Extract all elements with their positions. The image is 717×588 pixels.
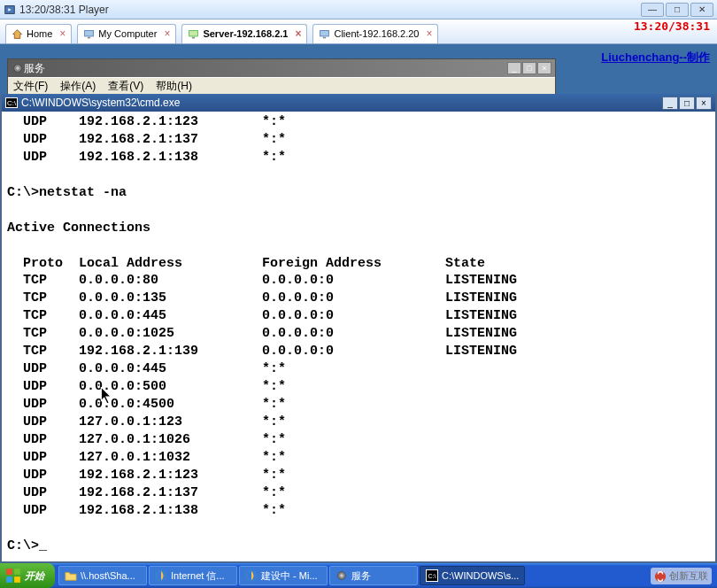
svg-rect-5: [189, 30, 198, 36]
start-label: 开始: [25, 569, 44, 583]
svg-point-20: [655, 570, 666, 581]
taskbar-btn-ie[interactable]: Internet 信...: [149, 566, 237, 585]
minimize-button[interactable]: —: [641, 3, 664, 17]
ie-icon: [245, 569, 258, 582]
menu-help[interactable]: 帮助(H): [156, 79, 192, 94]
menu-view[interactable]: 查看(V): [108, 79, 143, 94]
tab-close-icon[interactable]: ×: [426, 27, 432, 40]
taskbar-btn-host[interactable]: \\.host\Sha...: [58, 566, 147, 585]
player-icon: [4, 4, 16, 16]
tab-my-computer[interactable]: My Computer ×: [77, 24, 176, 43]
tab-close-icon[interactable]: ×: [295, 27, 301, 40]
taskbar-buttons: \\.host\Sha... Internet 信... 建设中 - Mi...…: [55, 565, 528, 586]
task-label: C:\WINDOWS\s...: [442, 570, 519, 581]
cmd-minimize-button[interactable]: _: [662, 97, 678, 110]
svg-rect-14: [6, 576, 12, 583]
svg-point-19: [340, 574, 343, 577]
svc-minimize-button[interactable]: _: [507, 62, 521, 74]
svg-rect-8: [323, 36, 326, 38]
svg-point-10: [16, 66, 19, 70]
services-icon: [12, 62, 24, 74]
cmd-title-text: C:\WINDOWS\system32\cmd.exe: [21, 97, 659, 109]
cmd-maximize-button[interactable]: □: [679, 97, 695, 110]
tab-strip: Home × My Computer × Server-192.168.2.1 …: [0, 19, 717, 44]
cmd-icon: C:\: [5, 97, 18, 108]
server-icon: [188, 28, 199, 40]
gear-icon: [335, 569, 348, 582]
tab-client-label: Client-192.168.2.20: [334, 28, 419, 39]
client-icon: [319, 28, 330, 40]
player-window-buttons: — □ ✕: [641, 3, 713, 17]
signature: Liuchenchang--制作: [601, 50, 710, 66]
services-title: 服务: [24, 61, 507, 76]
cmd-output[interactable]: UDP 192.168.2.1:123 *:* UDP 192.168.2.1:…: [2, 112, 715, 561]
tab-close-icon[interactable]: ×: [164, 27, 170, 40]
task-label: Internet 信...: [171, 569, 225, 583]
corner-time: 13:20/38:31: [634, 19, 710, 33]
home-icon: [12, 28, 23, 40]
task-label: \\.host\Sha...: [81, 570, 135, 581]
taskbar: 开始 \\.host\Sha... Internet 信... 建设中 - Mi…: [0, 563, 717, 588]
menu-file[interactable]: 文件(F): [13, 79, 48, 94]
link-icon: [654, 570, 667, 583]
cmd-window: C:\ C:\WINDOWS\system32\cmd.exe _ □ × UD…: [0, 94, 717, 563]
svc-close-button[interactable]: ×: [537, 62, 551, 74]
svg-rect-15: [14, 576, 20, 583]
taskbar-btn-cmd[interactable]: C:\ C:\WINDOWS\s...: [420, 566, 525, 585]
svg-rect-6: [192, 36, 195, 38]
svg-rect-4: [88, 36, 90, 38]
task-label: 建设中 - Mi...: [261, 569, 318, 583]
close-button[interactable]: ✕: [690, 3, 713, 17]
watermark-text: 创新互联: [669, 569, 708, 583]
computer-icon: [83, 28, 95, 40]
start-button[interactable]: 开始: [0, 563, 55, 588]
svg-rect-12: [6, 569, 12, 575]
cmd-close-button[interactable]: ×: [696, 97, 712, 110]
folder-icon: [65, 569, 77, 582]
watermark: 创新互联: [651, 568, 712, 584]
svg-rect-3: [85, 30, 94, 36]
services-menu: 文件(F) 操作(A) 查看(V) 帮助(H): [8, 77, 555, 95]
services-window: 服务 _ □ × 文件(F) 操作(A) 查看(V) 帮助(H): [7, 58, 556, 96]
windows-logo-icon: [5, 568, 21, 584]
ie-icon: [155, 569, 167, 582]
tab-computer-label: My Computer: [98, 28, 157, 39]
tab-server-label: Server-192.168.2.1: [203, 28, 288, 39]
maximize-button[interactable]: □: [666, 3, 689, 17]
svc-maximize-button[interactable]: □: [522, 62, 536, 74]
player-titlebar: 13:20/38:31 Player — □ ✕: [0, 0, 717, 19]
services-titlebar[interactable]: 服务 _ □ ×: [8, 59, 555, 77]
tab-client[interactable]: Client-192.168.2.20 ×: [312, 24, 438, 43]
tab-home-label: Home: [27, 28, 52, 39]
menu-action[interactable]: 操作(A): [60, 79, 96, 94]
svg-marker-2: [13, 29, 22, 38]
cmd-titlebar[interactable]: C:\ C:\WINDOWS\system32\cmd.exe _ □ ×: [2, 94, 715, 112]
tab-close-icon[interactable]: ×: [59, 27, 66, 40]
taskbar-btn-services[interactable]: 服务: [329, 566, 418, 585]
svg-rect-7: [320, 30, 329, 36]
task-label: 服务: [351, 569, 371, 583]
svg-rect-13: [14, 569, 20, 575]
taskbar-btn-construction[interactable]: 建设中 - Mi...: [239, 566, 328, 585]
tab-home[interactable]: Home ×: [5, 24, 72, 43]
cmd-small-icon: C:\: [426, 569, 438, 582]
tab-server[interactable]: Server-192.168.2.1 ×: [181, 24, 307, 43]
player-title: 13:20/38:31 Player: [19, 4, 641, 16]
